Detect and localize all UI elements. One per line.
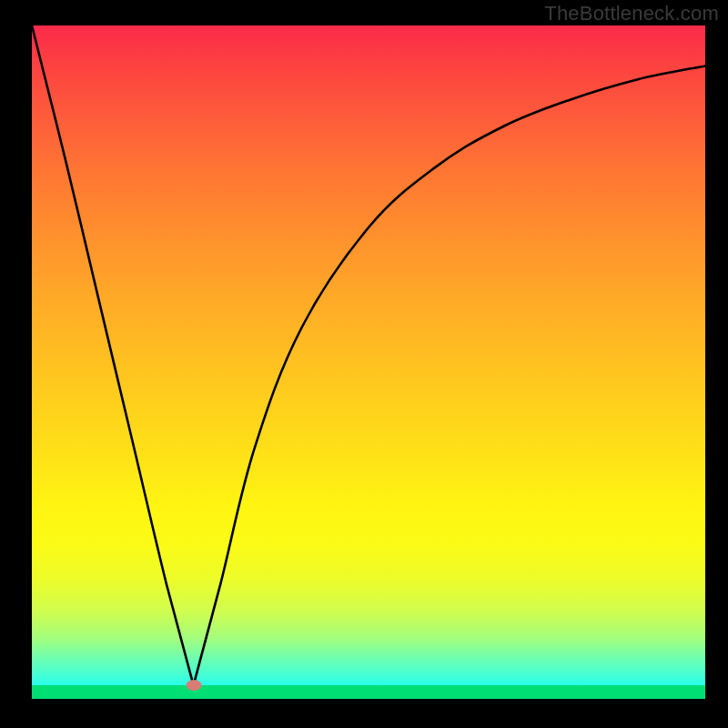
- curve-layer: [32, 25, 705, 699]
- bottleneck-curve: [32, 25, 705, 685]
- plot-area: [32, 25, 705, 699]
- chart-frame: TheBottleneck.com: [0, 0, 728, 728]
- attribution-text: TheBottleneck.com: [544, 2, 719, 25]
- minimum-marker-icon: [186, 680, 201, 691]
